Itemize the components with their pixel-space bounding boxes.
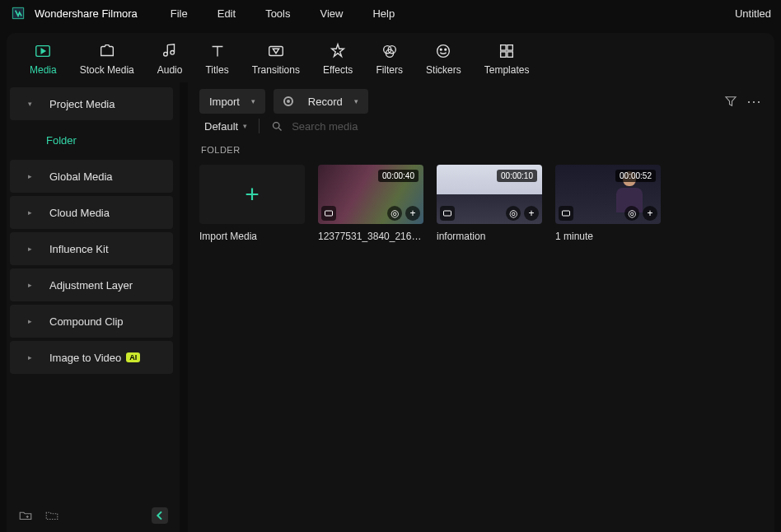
main-area: ▾ Project Media Folder ▸ Global Media ▸ … xyxy=(7,82,774,532)
menu-help[interactable]: Help xyxy=(372,7,395,20)
target-icon[interactable]: ◎ xyxy=(506,206,521,221)
sort-label: Default xyxy=(204,120,238,133)
tab-label: Templates xyxy=(484,64,530,76)
media-item[interactable]: 00:00:52 ◎ + 1 minute xyxy=(555,165,661,242)
menu-view[interactable]: View xyxy=(320,7,343,20)
titles-icon xyxy=(208,41,227,61)
thumb-actions: ◎ + xyxy=(624,206,657,221)
sidebar-item-label: Project Media xyxy=(49,98,115,110)
tab-filters[interactable]: Filters xyxy=(376,41,403,76)
tab-stickers[interactable]: Stickers xyxy=(426,41,461,76)
tab-transitions[interactable]: Transitions xyxy=(252,41,300,76)
tab-effects[interactable]: Effects xyxy=(323,41,353,76)
import-thumb: + xyxy=(199,165,305,224)
sidebar-item-adjustment-layer[interactable]: ▸ Adjustment Layer xyxy=(10,268,173,301)
import-media-tile[interactable]: + Import Media xyxy=(199,165,305,242)
menu-edit[interactable]: Edit xyxy=(217,7,236,20)
search-box[interactable] xyxy=(271,120,763,133)
filters-icon xyxy=(380,41,400,61)
document-title: Untitled xyxy=(735,7,771,20)
svg-point-6 xyxy=(437,45,450,58)
sidebar-item-image-to-video[interactable]: ▸ Image to Video AI xyxy=(10,341,173,374)
caret-right-icon: ▸ xyxy=(28,172,32,180)
tab-media[interactable]: Media xyxy=(30,41,57,76)
menu-file[interactable]: File xyxy=(171,7,188,20)
sidebar-item-label: Global Media xyxy=(49,170,113,183)
media-item[interactable]: 00:00:40 ◎ + 12377531_3840_2160_2... xyxy=(318,165,423,242)
add-to-timeline-icon[interactable]: + xyxy=(405,206,420,221)
tab-titles[interactable]: Titles xyxy=(205,41,228,76)
new-folder-icon[interactable] xyxy=(18,508,33,523)
media-thumbnail: 00:00:40 ◎ + xyxy=(318,165,423,224)
tab-label: Transitions xyxy=(252,64,300,76)
thumb-actions: ◎ + xyxy=(506,206,539,221)
search-input[interactable] xyxy=(292,120,763,133)
caret-right-icon: ▸ xyxy=(28,245,32,253)
svg-rect-9 xyxy=(501,45,506,50)
tab-label: Stock Media xyxy=(80,64,134,76)
tab-label: Effects xyxy=(323,64,353,76)
search-icon xyxy=(271,120,283,133)
app-logo xyxy=(10,5,26,21)
stock-media-icon xyxy=(97,41,117,61)
menu-bar: File Edit Tools View Help xyxy=(171,7,395,20)
record-label: Record xyxy=(308,96,343,108)
tab-label: Audio xyxy=(157,64,183,76)
title-bar: Wondershare Filmora File Edit Tools View… xyxy=(0,0,781,26)
app-title: Wondershare Filmora xyxy=(35,7,138,20)
chevron-down-icon: ▾ xyxy=(354,97,358,105)
tab-templates[interactable]: Templates xyxy=(484,41,530,76)
plus-icon: + xyxy=(245,180,260,208)
caret-right-icon: ▸ xyxy=(28,317,32,325)
media-caption: Import Media xyxy=(199,231,305,242)
sidebar-item-project-media[interactable]: ▾ Project Media xyxy=(10,87,173,120)
media-caption: information xyxy=(437,231,542,242)
record-dropdown[interactable]: Record ▾ xyxy=(274,89,368,114)
content-toolbar: Import ▾ Record ▾ ⋯ xyxy=(199,89,763,114)
import-dropdown[interactable]: Import ▾ xyxy=(199,89,265,114)
separator xyxy=(259,119,260,133)
content-panel: Import ▾ Record ▾ ⋯ Default ▾ FO xyxy=(188,82,774,532)
add-to-timeline-icon[interactable]: + xyxy=(524,206,539,221)
sidebar-collapse-button[interactable] xyxy=(152,507,168,524)
sidebar-item-influence-kit[interactable]: ▸ Influence Kit xyxy=(10,232,173,265)
svg-rect-16 xyxy=(563,211,570,216)
folder-settings-icon[interactable] xyxy=(44,508,59,523)
sidebar-subitem-folder[interactable]: Folder xyxy=(7,124,176,156)
media-item[interactable]: 00:00:10 ◎ + information xyxy=(437,165,542,242)
sidebar-item-cloud-media[interactable]: ▸ Cloud Media xyxy=(10,196,173,229)
more-options-icon[interactable]: ⋯ xyxy=(746,92,763,110)
transitions-icon xyxy=(266,41,286,61)
audio-icon xyxy=(160,41,180,61)
chevron-down-icon: ▾ xyxy=(251,97,255,105)
svg-rect-14 xyxy=(325,211,333,216)
sidebar-item-global-media[interactable]: ▸ Global Media xyxy=(10,160,173,193)
media-thumbnail: 00:00:10 ◎ + xyxy=(437,165,542,224)
thumb-actions: ◎ + xyxy=(387,206,420,221)
search-row: Default ▾ xyxy=(199,119,763,133)
media-caption: 12377531_3840_2160_2... xyxy=(318,231,423,242)
sidebar-item-compound-clip[interactable]: ▸ Compound Clip xyxy=(10,305,173,338)
record-icon xyxy=(283,96,293,106)
svg-rect-10 xyxy=(507,45,512,50)
media-thumbnail: 00:00:52 ◎ + xyxy=(555,165,661,224)
tab-stock-media[interactable]: Stock Media xyxy=(80,41,134,76)
video-type-icon xyxy=(559,206,573,221)
video-type-icon xyxy=(440,206,455,221)
svg-marker-1 xyxy=(42,49,46,54)
import-label: Import xyxy=(209,96,240,108)
filter-icon[interactable] xyxy=(723,94,738,109)
target-icon[interactable]: ◎ xyxy=(387,206,402,221)
sort-dropdown[interactable]: Default ▾ xyxy=(204,120,247,133)
svg-rect-12 xyxy=(507,52,512,57)
add-to-timeline-icon[interactable]: + xyxy=(643,206,657,221)
caret-right-icon: ▸ xyxy=(28,353,32,362)
tab-bar: Media Stock Media Audio Titles Transitio… xyxy=(7,33,774,82)
tab-label: Media xyxy=(30,64,57,76)
svg-point-13 xyxy=(274,122,280,128)
chevron-down-icon: ▾ xyxy=(243,122,247,130)
sidebar-item-label: Adjustment Layer xyxy=(49,279,133,292)
menu-tools[interactable]: Tools xyxy=(265,7,290,20)
tab-audio[interactable]: Audio xyxy=(157,41,183,76)
target-icon[interactable]: ◎ xyxy=(624,206,639,221)
